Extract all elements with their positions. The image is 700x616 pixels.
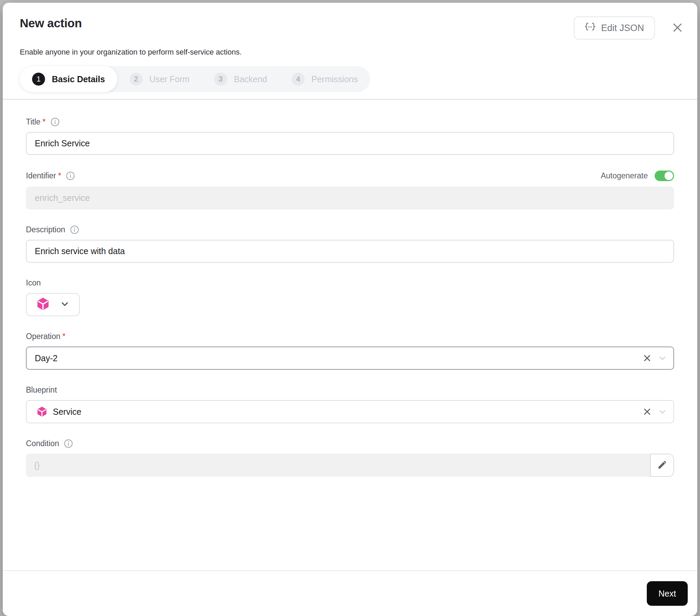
operation-label: Operation <box>26 332 60 341</box>
info-icon[interactable] <box>66 171 75 180</box>
title-label: Title <box>26 117 41 127</box>
step-number: 1 <box>32 73 45 86</box>
step-number: 3 <box>214 73 227 86</box>
condition-label: Condition <box>26 439 59 448</box>
required-mark: * <box>62 332 65 341</box>
blueprint-label: Blueprint <box>26 386 57 395</box>
close-icon <box>671 22 684 35</box>
icon-field-group: Icon <box>26 278 674 316</box>
step-label: User Form <box>149 74 190 84</box>
info-icon[interactable] <box>70 225 79 234</box>
next-button[interactable]: Next <box>647 581 688 606</box>
operation-select[interactable]: Day-2 <box>26 347 674 370</box>
step-backend[interactable]: 3 Backend <box>202 66 279 92</box>
step-basic-details[interactable]: 1 Basic Details <box>20 66 117 92</box>
step-label: Backend <box>234 74 267 84</box>
step-label: Basic Details <box>52 74 105 84</box>
step-number: 2 <box>130 73 142 86</box>
page-title: New action <box>20 16 82 30</box>
identifier-label: Identifier <box>26 171 56 180</box>
dialog-subtitle: Enable anyone in your organization to pe… <box>20 48 685 56</box>
dialog-header: New action Edit JSON <box>3 3 697 92</box>
clear-icon[interactable] <box>642 353 652 363</box>
toggle-knob <box>664 172 673 180</box>
title-input[interactable] <box>26 132 674 155</box>
autogenerate-label: Autogenerate <box>601 171 648 180</box>
description-field-group: Description <box>26 225 674 263</box>
edit-json-button[interactable]: Edit JSON <box>574 16 655 40</box>
cube-icon <box>36 297 50 312</box>
required-mark: * <box>58 171 61 180</box>
step-user-form[interactable]: 2 User Form <box>117 66 202 92</box>
condition-field-group: Condition <box>26 439 674 477</box>
chevron-down-icon[interactable] <box>658 407 667 416</box>
clear-icon[interactable] <box>642 406 652 417</box>
dialog-footer: Next <box>3 570 697 616</box>
title-field-group: Title * <box>26 117 674 155</box>
blueprint-value: Service <box>53 407 81 417</box>
step-number: 4 <box>292 73 305 86</box>
chevron-down-icon[interactable] <box>658 353 667 363</box>
cube-icon <box>36 406 48 417</box>
close-button[interactable] <box>670 20 685 36</box>
info-icon[interactable] <box>50 117 60 127</box>
step-label: Permissions <box>311 74 358 84</box>
icon-select[interactable] <box>26 293 80 316</box>
description-input[interactable] <box>26 240 674 263</box>
braces-code-icon <box>585 23 596 34</box>
operation-field-group: Operation * Day-2 <box>26 332 674 370</box>
pencil-icon <box>656 459 668 472</box>
condition-input <box>26 454 650 477</box>
operation-value: Day-2 <box>35 353 58 363</box>
autogenerate-toggle[interactable] <box>655 171 674 181</box>
identifier-input <box>26 187 674 210</box>
edit-condition-button[interactable] <box>650 454 674 477</box>
wizard-stepper: 1 Basic Details 2 User Form 3 Backend 4 … <box>20 66 370 92</box>
required-mark: * <box>43 117 46 127</box>
identifier-field-group: Identifier * Autogenerate <box>26 171 674 210</box>
basic-details-form: Title * Identifier * <box>3 100 697 570</box>
new-action-dialog: New action Edit JSON <box>3 3 697 616</box>
step-permissions[interactable]: 4 Permissions <box>279 66 370 92</box>
icon-label: Icon <box>26 278 41 288</box>
chevron-down-icon <box>60 299 70 310</box>
blueprint-field-group: Blueprint Service <box>26 386 674 423</box>
description-label: Description <box>26 225 65 234</box>
info-icon[interactable] <box>64 439 73 448</box>
blueprint-select[interactable]: Service <box>26 400 674 423</box>
edit-json-label: Edit JSON <box>601 23 644 34</box>
